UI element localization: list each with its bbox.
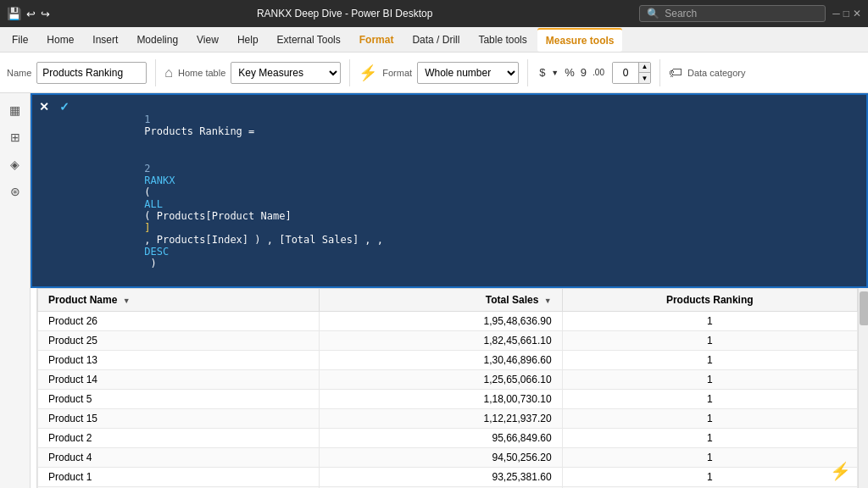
formula-cursor: ]: [144, 222, 150, 234]
formula-content: 1 Products Ranking = 2 RANKX ( ALL ( Pro…: [83, 98, 860, 281]
line-number-1: 1: [144, 114, 150, 125]
formula-desc: DESC: [144, 246, 169, 258]
comma-dropdown-icon[interactable]: ▼: [548, 67, 561, 79]
app-title: RANKX Deep Dive - Power BI Desktop: [50, 8, 639, 19]
sidebar-icon-table[interactable]: ⊞: [5, 127, 25, 147]
col-header-product-name[interactable]: Product Name ▼: [38, 289, 320, 312]
main-content: ▦ ⊞ ◈ ⊛ ✕ ✓ 1 Products Ranking = 2 RANKX…: [0, 93, 868, 488]
menu-help[interactable]: Help: [229, 28, 267, 52]
search-placeholder: Search: [665, 8, 697, 19]
search-box[interactable]: 🔍 Search: [639, 5, 826, 22]
format-lightning-icon: ⚡: [359, 64, 377, 82]
cell-ranking: 1: [562, 331, 857, 351]
menu-view[interactable]: View: [188, 28, 227, 52]
formula-close: ): [144, 258, 156, 269]
col-label-products-ranking: Products Ranking: [666, 294, 754, 306]
cell-ranking: 1: [562, 448, 857, 468]
formula-confirm-btn[interactable]: ✓: [56, 98, 73, 115]
table-row[interactable]: Product 26 1,95,48,636.90 1: [38, 312, 858, 331]
name-input[interactable]: [36, 62, 147, 84]
currency-icon[interactable]: $: [537, 64, 548, 80]
sidebar-icon-bar-chart[interactable]: ▦: [5, 100, 25, 120]
cell-ranking: 1: [562, 351, 857, 370]
col-header-total-sales[interactable]: Total Sales ▼: [319, 289, 562, 312]
stepper-down[interactable]: ▼: [638, 73, 650, 84]
table-row[interactable]: Product 25 1,82,45,661.10 1: [38, 331, 858, 351]
cell-total-sales: 1,12,21,937.20: [319, 409, 562, 429]
cell-product-name: Product 14: [38, 370, 320, 390]
ribbon-divider-1: [155, 59, 156, 86]
cell-ranking: 1: [562, 429, 857, 448]
cell-total-sales: 1,82,45,661.10: [319, 331, 562, 351]
sidebar-icon-dax[interactable]: ⊛: [5, 181, 25, 202]
cell-product-name: Product 1: [38, 468, 320, 487]
table-row[interactable]: Product 2 95,66,849.60 1: [38, 429, 858, 448]
sidebar: ▦ ⊞ ◈ ⊛: [0, 93, 31, 488]
cell-total-sales: 1,18,00,730.10: [319, 390, 562, 409]
decimal-value-input[interactable]: [613, 63, 638, 83]
cell-product-name: Product 2: [38, 429, 320, 448]
sort-icon-total-sales: ▼: [544, 297, 552, 305]
home-icon: ⌂: [164, 65, 173, 80]
ribbon-divider-2: [349, 59, 350, 86]
menu-data-drill[interactable]: Data / Drill: [403, 28, 468, 52]
table-row[interactable]: Product 13 1,30,46,896.60 1: [38, 351, 858, 370]
scroll-thumb[interactable]: [860, 291, 868, 325]
formula-bar: ✕ ✓ 1 Products Ranking = 2 RANKX ( ALL (…: [31, 93, 868, 288]
ribbon-divider-3: [527, 59, 528, 86]
home-table-select[interactable]: Key Measures: [231, 62, 341, 84]
search-icon: 🔍: [647, 8, 659, 19]
menu-file[interactable]: File: [3, 28, 36, 52]
data-category-label: Data category: [687, 68, 745, 78]
col-header-products-ranking[interactable]: Products Ranking: [562, 289, 857, 312]
cell-total-sales: 95,66,849.60: [319, 429, 562, 448]
data-table: Product Name ▼ Total Sales ▼ Products Ra…: [37, 288, 858, 488]
content-area: ✕ ✓ 1 Products Ranking = 2 RANKX ( ALL (…: [31, 93, 868, 488]
scroll-bar[interactable]: [858, 288, 868, 488]
formula-paren-open: (: [144, 186, 156, 198]
formula-actions: ✕ ✓: [36, 98, 73, 115]
cell-total-sales: 1,25,65,066.10: [319, 370, 562, 390]
data-category-icon: 🏷: [669, 65, 682, 80]
menu-measure-tools[interactable]: Measure tools: [537, 28, 623, 52]
name-label: Name: [7, 68, 31, 78]
formula-all: ALL: [144, 198, 163, 210]
sidebar-icon-model[interactable]: ◈: [5, 154, 25, 175]
col-label-product-name: Product Name: [48, 294, 117, 306]
stepper-buttons: ▲ ▼: [638, 62, 650, 84]
table-header-row: Product Name ▼ Total Sales ▼ Products Ra…: [38, 289, 858, 312]
table-row[interactable]: Product 1 93,25,381.60 1: [38, 468, 858, 487]
col-label-total-sales: Total Sales: [486, 294, 538, 306]
decimal-stepper[interactable]: ▲ ▼: [612, 62, 651, 84]
percent-icon[interactable]: %: [562, 64, 577, 80]
table-row[interactable]: Product 5 1,18,00,730.10 1: [38, 390, 858, 409]
menu-insert[interactable]: Insert: [84, 28, 126, 52]
formula-text-1: Products Ranking =: [144, 125, 254, 137]
format-select[interactable]: Whole number: [417, 62, 519, 84]
decimal-increase-icon[interactable]: .00: [590, 66, 607, 79]
formula-line-2: 2 RANKX ( ALL ( Products[Product Name] ]…: [83, 151, 860, 281]
line-number-2: 2: [144, 163, 150, 175]
menu-format[interactable]: Format: [351, 28, 403, 52]
menu-modeling[interactable]: Modeling: [128, 28, 186, 52]
table-row[interactable]: Product 4 94,50,256.20 1: [38, 448, 858, 468]
title-bar: 💾 ↩ ↪ RANKX Deep Dive - Power BI Desktop…: [0, 0, 868, 27]
cell-product-name: Product 25: [38, 331, 320, 351]
cell-product-name: Product 13: [38, 351, 320, 370]
menu-home[interactable]: Home: [38, 28, 82, 52]
table-row[interactable]: Product 14 1,25,65,066.10 1: [38, 370, 858, 390]
cell-total-sales: 93,25,381.60: [319, 468, 562, 487]
ribbon: Name ⌂ Home table Key Measures ⚡ Format …: [0, 53, 868, 93]
cell-total-sales: 94,50,256.20: [319, 448, 562, 468]
table-row[interactable]: Product 15 1,12,21,937.20 1: [38, 409, 858, 429]
left-filter-bar: [31, 288, 37, 488]
cell-product-name: Product 26: [38, 312, 320, 331]
thousands-separator-icon[interactable]: 9: [578, 64, 589, 80]
menu-external-tools[interactable]: External Tools: [269, 28, 349, 52]
formula-cancel-btn[interactable]: ✕: [36, 98, 53, 115]
sort-icon-product-name: ▼: [123, 297, 131, 305]
stepper-up[interactable]: ▲: [638, 62, 650, 73]
cell-total-sales: 1,30,46,896.60: [319, 351, 562, 370]
cell-product-name: Product 15: [38, 409, 320, 429]
menu-table-tools[interactable]: Table tools: [470, 28, 535, 52]
